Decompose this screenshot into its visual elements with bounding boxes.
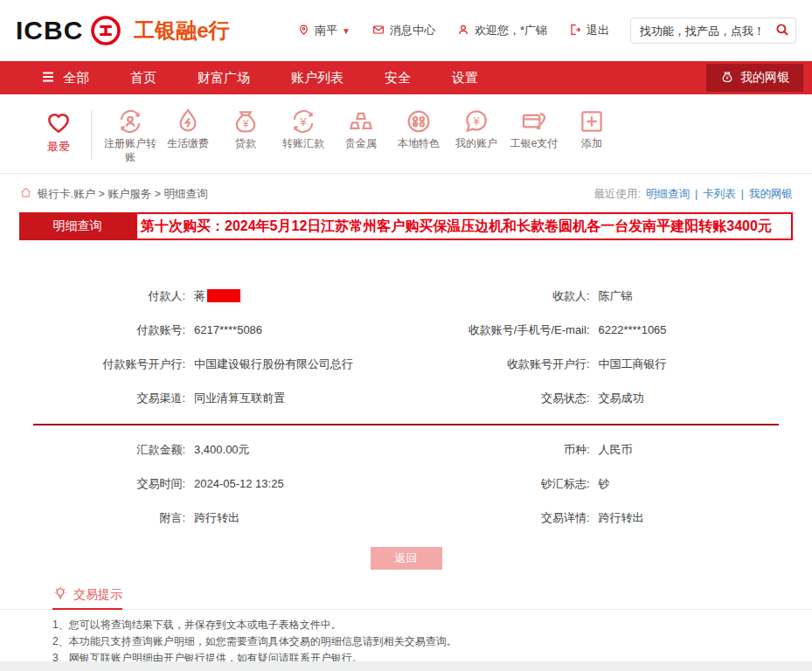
field-label: 钞汇标志: (406, 476, 590, 492)
life-payment-icon (162, 105, 214, 136)
memo-value: 跨行转出 (194, 510, 239, 526)
message-center-label: 消息中心 (390, 23, 435, 38)
transaction-detail-value: 跨行转出 (599, 510, 644, 526)
tips-title-text: 交易提示 (73, 587, 122, 603)
field-label: 收款账号开户行: (406, 356, 590, 372)
amount-value: 3,400.00元 (194, 442, 250, 458)
logout-label: 退出 (586, 23, 609, 38)
detail-row-amount-currency: 汇款金额: 3,400.00元 币种: 人民币 (0, 432, 812, 467)
detail-row-accounts: 付款账号: 6217****5086 收款账号/手机号/E-mail: 6222… (0, 313, 812, 347)
breadcrumb[interactable]: 银行卡.账户 > 账户服务 > 明细查询 (19, 186, 207, 202)
brand-text: 工银融e行 (134, 17, 229, 45)
logo-area: ICBC 工银融e行 (16, 15, 230, 46)
section-divider (33, 424, 779, 425)
toolbar-item-local-feature[interactable]: 本地特色 (392, 105, 445, 150)
redacted-name-block (207, 289, 240, 302)
field-label: 收款人: (406, 288, 590, 304)
recent-link-my-ebank[interactable]: 我的网银 (749, 187, 793, 202)
welcome-label: 欢迎您，*广锦 (475, 23, 547, 38)
toolbar-item-label: 生活缴费 (167, 137, 209, 149)
toolbar-item-label: 工银e支付 (510, 137, 559, 149)
field-label: 付款账号: (0, 322, 185, 338)
payer-bank-value: 中国建设银行股份有限公司总行 (194, 356, 353, 372)
toolbar-item-e-payment[interactable]: 工银e支付 (508, 105, 560, 150)
local-feature-icon (392, 105, 445, 136)
toolbar-item-transfer-remit[interactable]: ¥ 转账汇款 (277, 105, 330, 150)
search-input[interactable] (630, 17, 796, 44)
breadcrumb-row: 银行卡.账户 > 账户服务 > 明细查询 最近使用: 明细查询 | 卡列表 | … (0, 174, 812, 211)
nav-item-home[interactable]: 首页 (130, 70, 156, 86)
search-icon[interactable] (774, 22, 790, 40)
toolbar-item-label: 添加 (581, 137, 602, 149)
recent-used-label: 最近使用: (594, 187, 641, 202)
logout-icon (568, 23, 582, 39)
recent-link-card-list[interactable]: 卡列表 (703, 187, 736, 202)
field-label: 交易时间: (0, 476, 185, 492)
logout-link[interactable]: 退出 (568, 23, 609, 39)
nav-item-account-list[interactable]: 账户列表 (291, 70, 344, 86)
field-label: 交易渠道: (0, 391, 185, 406)
field-label: 交易详情: (406, 510, 590, 526)
status-value: 交易成功 (599, 391, 644, 406)
recent-separator: | (695, 188, 697, 200)
transaction-headline: 第十次购买：2024年5月12日江苏常州客户购买保温压边机和长款卷圆机各一台发南… (135, 212, 793, 240)
lightbulb-icon (52, 585, 68, 604)
field-label: 币种: (406, 442, 590, 458)
svg-text:¥: ¥ (299, 115, 307, 128)
field-label: 收款账号/手机号/E-mail: (406, 322, 590, 338)
favorites-item[interactable]: 最爱 (33, 105, 84, 155)
back-button[interactable]: 返回 (371, 547, 442, 570)
recent-link-detail-query[interactable]: 明细查询 (646, 187, 690, 202)
tips-title: 交易提示 (52, 585, 122, 610)
payer-account-value: 6217****5086 (194, 323, 262, 336)
header-utilities: 南平 ▼ 消息中心 欢迎您，*广锦 退出 (297, 17, 796, 44)
field-label: 交易状态: (406, 391, 590, 406)
chevron-down-icon: ▼ (342, 26, 350, 36)
toolbar-item-my-account[interactable]: ¥ 我的账户 (450, 105, 503, 150)
recent-separator: | (741, 188, 744, 200)
my-ebank-button[interactable]: ¥ 我的网银 (706, 64, 803, 92)
time-value: 2024-05-12 13:25 (194, 477, 284, 490)
nav-item-label: 设置 (452, 70, 478, 86)
payee-bank-value: 中国工商银行 (599, 356, 667, 372)
register-transfer-icon (104, 105, 156, 136)
main-nav: 全部 首页 财富广场 账户列表 安全 设置 ¥ 我的网银 (0, 61, 812, 94)
message-center-link[interactable]: 消息中心 (371, 23, 435, 39)
add-icon (566, 105, 618, 136)
location-label: 南平 (315, 23, 337, 38)
svg-text:¥: ¥ (472, 114, 480, 128)
toolbar-item-add[interactable]: 添加 (566, 105, 618, 150)
currency-value: 人民币 (599, 442, 633, 458)
field-label: 付款人: (0, 288, 185, 304)
toolbar-item-loan[interactable]: ¥ 贷款 (219, 105, 272, 150)
toolbar-item-label: 注册账户转账 (104, 137, 156, 163)
toolbar-item-register-transfer[interactable]: 注册账户转账 (104, 105, 156, 164)
precious-metal-icon (335, 105, 387, 136)
toolbar-item-label: 我的账户 (455, 137, 497, 149)
payee-account-value: 6222****1065 (599, 323, 667, 336)
field-label: 汇款金额: (0, 442, 185, 458)
payer-name-value: 蒋 (194, 288, 240, 304)
toolbar-item-label: 贵金属 (345, 137, 377, 149)
toolbar-item-precious-metal[interactable]: 贵金属 (335, 105, 387, 150)
detail-row-channel-status: 交易渠道: 同业清算互联前置 交易状态: 交易成功 (0, 381, 812, 415)
welcome-user[interactable]: 欢迎您，*广锦 (456, 23, 547, 39)
nav-item-wealth-plaza[interactable]: 财富广场 (198, 70, 250, 86)
favorites-label: 最爱 (33, 139, 84, 155)
channel-value: 同业清算互联前置 (194, 391, 285, 406)
svg-text:¥: ¥ (242, 118, 249, 130)
nav-item-all[interactable]: 全部 (40, 69, 89, 87)
nav-item-label: 财富广场 (198, 70, 250, 86)
location-selector[interactable]: 南平 ▼ (297, 23, 350, 38)
recent-used: 最近使用: 明细查询 | 卡列表 | 我的网银 (594, 187, 793, 202)
transfer-remit-icon: ¥ (277, 105, 330, 136)
my-account-icon: ¥ (450, 105, 503, 136)
toolbar-item-life-payment[interactable]: 生活缴费 (162, 105, 214, 150)
person-icon (456, 23, 470, 39)
toolbar-item-label: 贷款 (235, 137, 256, 149)
nav-item-label: 首页 (130, 70, 156, 86)
nav-item-security[interactable]: 安全 (385, 70, 411, 86)
nav-item-settings[interactable]: 设置 (452, 70, 478, 86)
tab-detail-query[interactable]: 明细查询 (19, 212, 135, 240)
tip-item: 3、网银互联账户明细由开户银行提供，如有疑问请联系开户银行。 (52, 650, 795, 661)
